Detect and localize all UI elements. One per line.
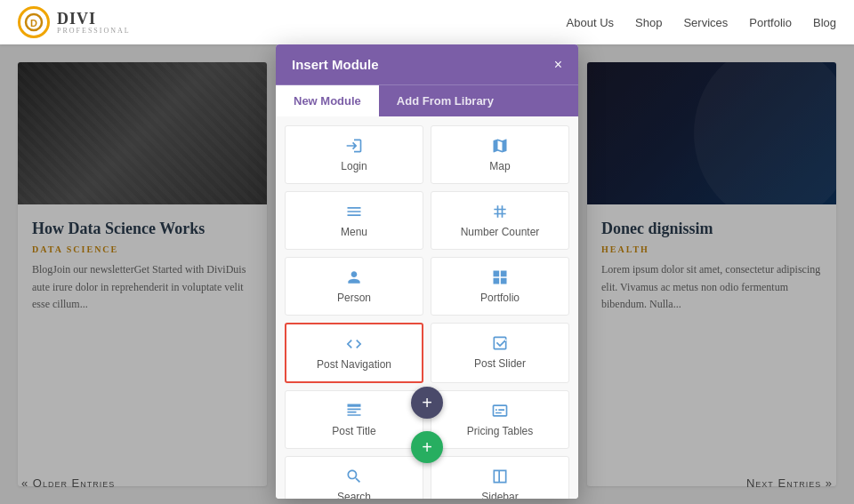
module-search[interactable]: Search	[285, 456, 423, 499]
person-icon	[345, 268, 363, 286]
modal-overlay: Insert Module × New Module Add From Libr…	[0, 44, 854, 504]
module-menu-label: Menu	[341, 226, 367, 238]
svg-text:D: D	[30, 18, 37, 28]
login-icon	[345, 137, 363, 155]
logo-icon: D	[18, 6, 50, 38]
portfolio-icon	[491, 268, 509, 286]
main-content: How Data Science Works DATA SCIENCE Blog…	[0, 44, 854, 504]
logo-text: DIVI PROFESSIONAL	[57, 11, 131, 35]
module-portfolio-label: Portfolio	[480, 292, 520, 304]
modal-close-button[interactable]: ×	[554, 58, 562, 72]
modal-tabs: New Module Add From Library	[276, 84, 578, 116]
module-menu[interactable]: Menu	[285, 191, 423, 250]
module-post-title-label: Post Title	[332, 425, 375, 437]
module-pricing-tables[interactable]: Pricing Tables	[431, 390, 569, 449]
nav-shop[interactable]: Shop	[635, 16, 662, 29]
add-button-green-container: +	[411, 431, 443, 463]
module-person[interactable]: Person	[285, 257, 423, 316]
logo: D DIVI PROFESSIONAL	[18, 6, 131, 38]
module-person-label: Person	[337, 292, 371, 304]
module-number-counter-label: Number Counter	[461, 226, 540, 238]
nav-blog[interactable]: Blog	[813, 16, 836, 29]
menu-icon	[345, 203, 363, 220]
module-portfolio[interactable]: Portfolio	[431, 257, 569, 316]
nav-about[interactable]: About Us	[567, 16, 614, 29]
tab-new-module[interactable]: New Module	[276, 85, 379, 116]
logo-main: DIVI	[57, 11, 131, 27]
module-post-slider-label: Post Slider	[474, 357, 526, 370]
post-title-icon	[345, 402, 363, 420]
module-search-label: Search	[337, 491, 371, 499]
tab-add-from-library[interactable]: Add From Library	[379, 85, 512, 116]
module-login-label: Login	[341, 160, 367, 172]
top-navigation: D DIVI PROFESSIONAL About Us Shop Servic…	[0, 0, 854, 44]
search-icon	[345, 468, 363, 485]
sidebar-icon	[491, 468, 509, 485]
code-icon	[345, 335, 363, 353]
module-map-label: Map	[489, 160, 510, 172]
module-pricing-tables-label: Pricing Tables	[467, 425, 533, 437]
add-module-green-button[interactable]: +	[411, 431, 443, 463]
module-sidebar-label: Sidebar	[481, 491, 518, 499]
module-number-counter[interactable]: Number Counter	[431, 191, 569, 250]
post-slider-icon	[491, 334, 509, 352]
module-post-navigation-label: Post Navigation	[317, 358, 391, 371]
map-icon	[491, 137, 509, 155]
nav-portfolio[interactable]: Portfolio	[749, 16, 792, 29]
module-post-title[interactable]: Post Title	[285, 390, 423, 449]
add-button-dark-container: +	[411, 387, 443, 419]
module-sidebar[interactable]: Sidebar	[431, 456, 569, 499]
module-post-slider[interactable]: Post Slider	[431, 323, 569, 383]
hash-icon	[491, 203, 509, 220]
module-map[interactable]: Map	[431, 125, 569, 184]
modal-header: Insert Module ×	[276, 44, 578, 84]
module-post-navigation[interactable]: Post Navigation	[285, 323, 423, 383]
pricing-icon	[491, 402, 509, 420]
module-login[interactable]: Login	[285, 125, 423, 184]
nav-services[interactable]: Services	[683, 16, 728, 29]
logo-sub: PROFESSIONAL	[57, 27, 131, 35]
nav-links: About Us Shop Services Portfolio Blog	[567, 16, 836, 29]
add-module-dark-button[interactable]: +	[411, 387, 443, 419]
modal-title: Insert Module	[292, 57, 379, 72]
